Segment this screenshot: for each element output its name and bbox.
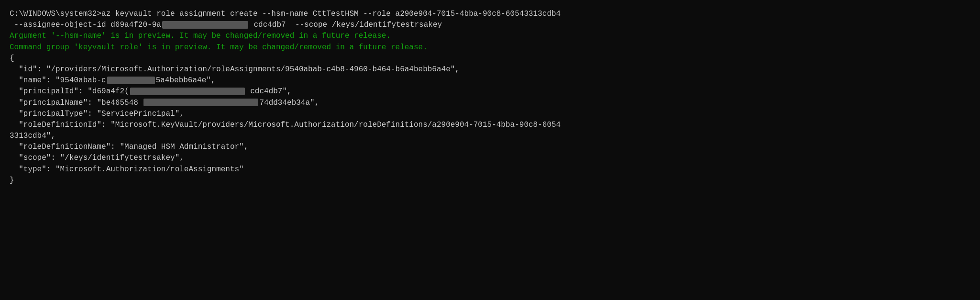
json-id: "id": "/providers/Microsoft.Authorizatio…: [10, 64, 970, 75]
json-role-def-id-1: "roleDefinitionId": "Microsoft.KeyVault/…: [10, 120, 970, 131]
json-role-def-id-2: 3313cdb4",: [10, 131, 970, 142]
command-line-2: --assignee-object-id d69a4f20-9a cdc4db7…: [10, 20, 970, 31]
redacted-assignee: [162, 21, 248, 29]
json-principal-id: "principalId": "d69a4f2( cdc4db7",: [10, 86, 970, 97]
terminal-window: C:\WINDOWS\system32>az keyvault role ass…: [8, 5, 972, 295]
json-role-def-name: "roleDefinitionName": "Managed HSM Admin…: [10, 142, 970, 153]
json-principal-name: "principalName": "be465548 74dd34eb34a",: [10, 98, 970, 109]
warning-line-2: Command group 'keyvault role' is in prev…: [10, 42, 970, 53]
open-brace: {: [10, 53, 970, 64]
json-principal-type: "principalType": "ServicePrincipal",: [10, 109, 970, 120]
close-brace: }: [10, 175, 970, 186]
redacted-principal-id: [130, 88, 245, 95]
json-name: "name": "9540abab-c 5a4bebb6a4e",: [10, 75, 970, 86]
json-type: "type": "Microsoft.Authorization/roleAss…: [10, 164, 970, 175]
command-line-1: C:\WINDOWS\system32>az keyvault role ass…: [10, 9, 970, 20]
warning-line-1: Argument '--hsm-name' is in preview. It …: [10, 31, 970, 42]
redacted-principal-name: [143, 99, 258, 106]
redacted-name: [107, 77, 155, 84]
json-scope: "scope": "/keys/identifytestrsakey",: [10, 153, 970, 164]
